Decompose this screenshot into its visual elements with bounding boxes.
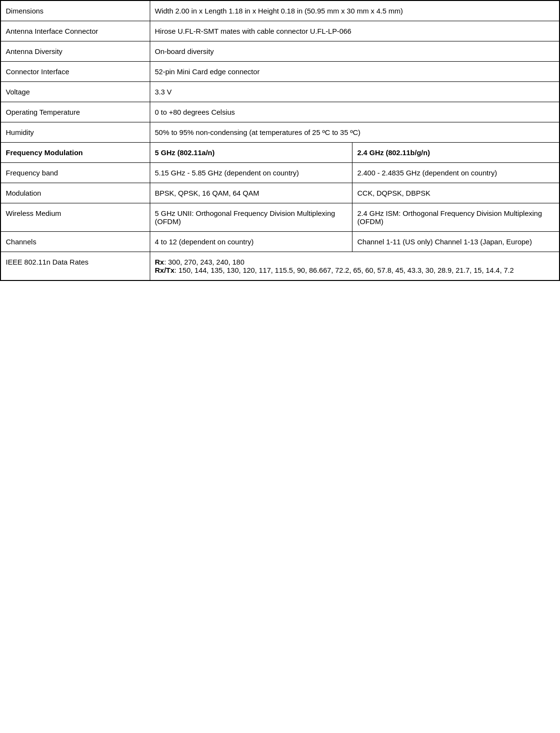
col1-modulation: BPSK, QPSK, 16 QAM, 64 QAM	[150, 183, 352, 203]
value-humidity: 50% to 95% non-condensing (at temperatur…	[150, 122, 560, 143]
label-ieee-data-rates: IEEE 802.11n Data Rates	[0, 252, 150, 281]
table-row-voltage: Voltage3.3 V	[0, 82, 560, 102]
col1-wireless-medium: 5 GHz UNII: Orthogonal Frequency Divisio…	[150, 203, 352, 232]
label-antenna-diversity: Antenna Diversity	[0, 41, 150, 62]
label-antenna-interface-connector: Antenna Interface Connector	[0, 21, 150, 41]
col2-modulation: CCK, DQPSK, DBPSK	[352, 183, 560, 203]
table-row-frequency-modulation: Frequency Modulation5 GHz (802.11a/n)2.4…	[0, 143, 560, 163]
value-dimensions: Width 2.00 in x Length 1.18 in x Height …	[150, 0, 560, 21]
table-row-wireless-medium: Wireless Medium5 GHz UNII: Orthogonal Fr…	[0, 203, 560, 232]
col2-channels: Channel 1-11 (US only) Channel 1-13 (Jap…	[352, 232, 560, 252]
spec-table: DimensionsWidth 2.00 in x Length 1.18 in…	[0, 0, 560, 281]
label-channels: Channels	[0, 232, 150, 252]
label-wireless-medium: Wireless Medium	[0, 203, 150, 232]
value-antenna-interface-connector: Hirose U.FL-R-SMT mates with cable conne…	[150, 21, 560, 41]
label-connector-interface: Connector Interface	[0, 62, 150, 82]
table-row-humidity: Humidity50% to 95% non-condensing (at te…	[0, 122, 560, 143]
table-row-channels: Channels4 to 12 (dependent on country)Ch…	[0, 232, 560, 252]
value-connector-interface: 52-pin Mini Card edge connector	[150, 62, 560, 82]
col1-channels: 4 to 12 (dependent on country)	[150, 232, 352, 252]
label-dimensions: Dimensions	[0, 0, 150, 21]
value-operating-temperature: 0 to +80 degrees Celsius	[150, 102, 560, 122]
label-frequency-modulation: Frequency Modulation	[0, 143, 150, 163]
table-row-antenna-diversity: Antenna DiversityOn-board diversity	[0, 41, 560, 62]
label-modulation: Modulation	[0, 183, 150, 203]
label-frequency-band: Frequency band	[0, 163, 150, 183]
col1-frequency-modulation: 5 GHz (802.11a/n)	[150, 143, 352, 163]
label-humidity: Humidity	[0, 122, 150, 143]
table-row-frequency-band: Frequency band5.15 GHz - 5.85 GHz (depen…	[0, 163, 560, 183]
table-row-dimensions: DimensionsWidth 2.00 in x Length 1.18 in…	[0, 0, 560, 21]
value-antenna-diversity: On-board diversity	[150, 41, 560, 62]
table-row-operating-temperature: Operating Temperature0 to +80 degrees Ce…	[0, 102, 560, 122]
value-voltage: 3.3 V	[150, 82, 560, 102]
label-voltage: Voltage	[0, 82, 150, 102]
table-row-antenna-interface-connector: Antenna Interface ConnectorHirose U.FL-R…	[0, 21, 560, 41]
table-row-connector-interface: Connector Interface52-pin Mini Card edge…	[0, 62, 560, 82]
col1-frequency-band: 5.15 GHz - 5.85 GHz (dependent on countr…	[150, 163, 352, 183]
label-operating-temperature: Operating Temperature	[0, 102, 150, 122]
table-row-modulation: ModulationBPSK, QPSK, 16 QAM, 64 QAMCCK,…	[0, 183, 560, 203]
table-row-ieee-data-rates: IEEE 802.11n Data RatesRx: 300, 270, 243…	[0, 252, 560, 281]
col2-frequency-band: 2.400 - 2.4835 GHz (dependent on country…	[352, 163, 560, 183]
col2-frequency-modulation: 2.4 GHz (802.11b/g/n)	[352, 143, 560, 163]
col2-wireless-medium: 2.4 GHz ISM: Orthogonal Frequency Divisi…	[352, 203, 560, 232]
value-ieee-data-rates: Rx: 300, 270, 243, 240, 180Rx/Tx: 150, 1…	[150, 252, 560, 281]
